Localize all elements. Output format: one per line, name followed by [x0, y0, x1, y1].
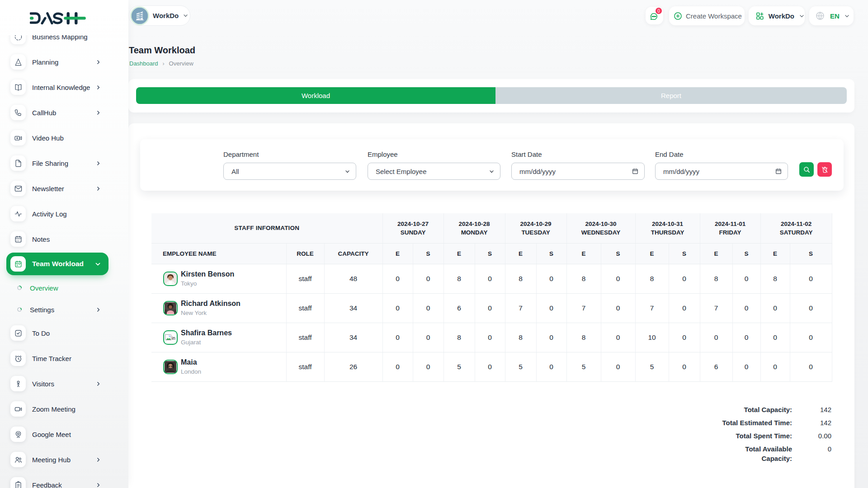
svg-text:in: in [172, 335, 175, 340]
